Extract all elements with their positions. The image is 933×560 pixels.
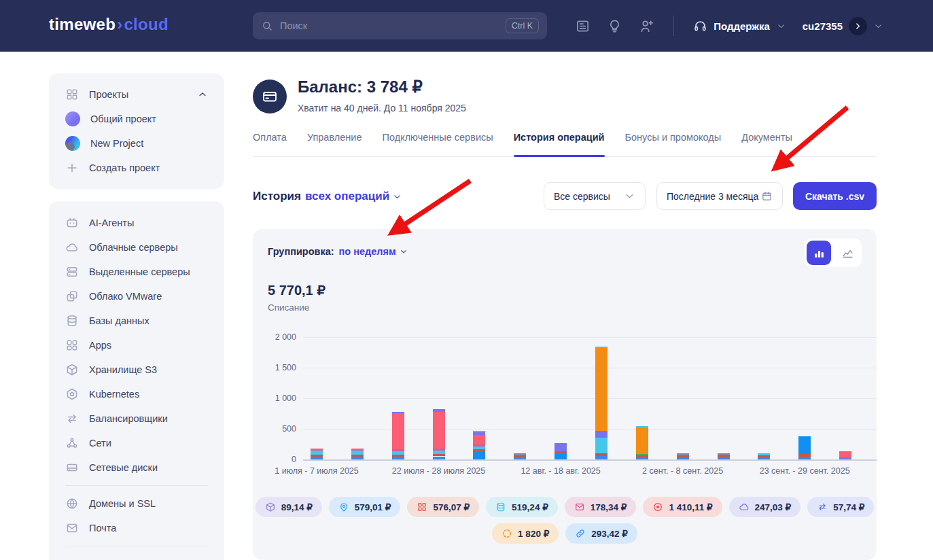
sidebar-divider [65, 546, 208, 546]
tab-бонусы-и-промокоды[interactable]: Бонусы и промокоды [625, 132, 722, 156]
chart-bar-week-4[interactable] [433, 332, 445, 459]
bar-segment-blue [514, 457, 526, 459]
sidebar-item-облако-vmware[interactable]: Облако VMware [49, 284, 224, 309]
services-filter-select[interactable]: Все сервисы [544, 182, 646, 210]
sidebar-item-apps[interactable]: Apps [49, 333, 224, 357]
sidebar-item-облачные-серверы[interactable]: Облачные серверы [49, 235, 224, 260]
history-filter-dropdown[interactable]: всех операций [305, 190, 402, 203]
sidebar-item-ai-агенты[interactable]: AI-Агенты [49, 211, 224, 235]
plus-icon [65, 161, 79, 175]
legend-value: 57,74 ₽ [833, 502, 864, 512]
sidebar-projects-card: Проекты Общий проект New Project Создать… [49, 73, 224, 189]
sidebar-item-выделенные-серверы[interactable]: Выделенные серверы [49, 260, 224, 284]
legend-value: 519,24 ₽ [512, 502, 548, 512]
y-tick-label: 0 [268, 455, 296, 464]
sidebar-item-базы-данных[interactable]: Базы данных [49, 309, 224, 333]
sidebar-item-почта[interactable]: Почта [49, 516, 224, 540]
chart-bar-week-3[interactable] [392, 332, 404, 459]
cloudlet-icon [739, 502, 750, 512]
bar-segment-brick [311, 455, 323, 457]
legend-badge-pin[interactable]: 579,01 ₽ [329, 497, 401, 517]
download-csv-button[interactable]: Скачать .csv [793, 182, 877, 210]
chart-bar-week-8[interactable] [595, 332, 608, 459]
grouping-dropdown[interactable]: по неделям [339, 246, 408, 257]
bar-segment-brick [636, 455, 648, 458]
chart-total: 5 770,1 ₽ [268, 282, 325, 298]
sidebar-item-label: Kubernetes [89, 389, 139, 400]
tab-подключенные-сервисы[interactable]: Подключенные сервисы [383, 132, 493, 156]
gridline [303, 429, 877, 430]
legend-badge-target[interactable]: 1 410,11 ₽ [643, 497, 722, 517]
lightbulb-icon[interactable] [607, 18, 622, 34]
sidebar-item-домены-и-ssl[interactable]: Домены и SSL [49, 491, 224, 516]
legend-badge-db[interactable]: 519,24 ₽ [486, 497, 558, 517]
pin-icon [338, 502, 349, 512]
chart-bar-week-1[interactable] [311, 332, 323, 459]
y-tick-label: 1 500 [268, 363, 296, 372]
legend-value: 293,42 ₽ [591, 528, 628, 539]
chart-bar-week-2[interactable] [351, 332, 364, 459]
legend-badge-link[interactable]: 293,42 ₽ [565, 523, 637, 544]
legend-badge-cloudlet[interactable]: 247,03 ₽ [729, 497, 801, 517]
search-input[interactable]: Поиск Ctrl K [253, 12, 547, 39]
period-filter-value: Последние 3 месяца [667, 191, 758, 202]
sidebar-item-label: Базы данных [89, 315, 149, 326]
sidebar-item-label: Облачные серверы [89, 242, 178, 253]
y-tick-label: 500 [268, 424, 296, 434]
account-menu[interactable]: cu27355 [803, 17, 883, 35]
bar-segment-brick [351, 455, 364, 457]
bar-segment-blue [677, 457, 689, 459]
bar-segment-violet [839, 457, 851, 459]
sidebar-item-балансировщики[interactable]: Балансировщики [49, 406, 224, 431]
bar-segment-cyan [311, 451, 323, 454]
bar-segment-brick [433, 454, 445, 456]
add-user-icon[interactable] [639, 18, 654, 34]
chart-bar-week-7[interactable] [554, 332, 567, 459]
period-filter-select[interactable]: Последние 3 месяца [656, 182, 783, 210]
bar-segment-violet [595, 431, 608, 438]
sidebar-item-сети[interactable]: Сети [49, 431, 224, 455]
x-tick-label: 12 авг. - 18 авг. 2025 [521, 466, 600, 476]
bar-segment-coral [392, 413, 404, 449]
sidebar-item-create-project[interactable]: Создать проект [49, 156, 224, 180]
project-avatar [65, 111, 80, 126]
tab-оплата[interactable]: Оплата [253, 132, 287, 156]
line-chart-view-button[interactable] [835, 241, 860, 265]
bar-segment-cyan [473, 447, 485, 449]
legend-badge-envelope[interactable]: 178,34 ₽ [565, 497, 637, 517]
chart-bar-week-6[interactable] [514, 332, 526, 459]
apps-icon [65, 338, 79, 352]
chart-bar-week-12[interactable] [758, 332, 770, 459]
tab-документы[interactable]: Документы [741, 132, 792, 156]
chart-bar-week-5[interactable] [473, 332, 485, 459]
sidebar-item-сетевые-диски[interactable]: Сетевые диски [49, 455, 224, 480]
sidebar-item-project-general[interactable]: Общий проект [49, 107, 224, 131]
tab-история-операций[interactable]: История операций [514, 132, 605, 156]
legend-badge-dashed-circle[interactable]: 1 820 ₽ [492, 523, 559, 544]
news-icon[interactable] [575, 18, 591, 34]
bar-segment-green [636, 454, 648, 455]
chart-bar-week-14[interactable] [839, 332, 851, 459]
sidebar-item-project-new[interactable]: New Project [49, 131, 224, 156]
bar-segment-cyan [392, 451, 404, 455]
logo[interactable]: timeweb›cloud [49, 15, 169, 34]
logo-cloud: cloud [124, 15, 169, 33]
sidebar-projects-header[interactable]: Проекты [49, 82, 224, 107]
legend-badge-cube[interactable]: 89,14 ₽ [256, 497, 322, 517]
chart-bar-week-10[interactable] [677, 332, 689, 459]
chart-bar-week-13[interactable] [798, 332, 811, 459]
support-menu[interactable]: Поддержка [693, 19, 786, 33]
sidebar-item-kubernetes[interactable]: Kubernetes [49, 382, 224, 406]
legend-value: 1 410,11 ₽ [669, 502, 712, 512]
sidebar-item-хранилище-s3[interactable]: Хранилище S3 [49, 357, 224, 382]
legend-badge-swap[interactable]: 57,74 ₽ [807, 497, 874, 517]
mail-icon [65, 521, 79, 535]
envelope-icon [574, 502, 585, 512]
y-tick-label: 1 000 [268, 393, 296, 403]
chart-bar-week-11[interactable] [718, 332, 730, 459]
legend-badge-grid[interactable]: 576,07 ₽ [407, 497, 479, 517]
page-title: Баланс: 3 784 ₽ [298, 77, 423, 97]
tab-управление[interactable]: Управление [307, 132, 362, 156]
chart-bar-week-9[interactable] [636, 332, 648, 459]
bar-chart-view-button[interactable] [807, 241, 831, 265]
